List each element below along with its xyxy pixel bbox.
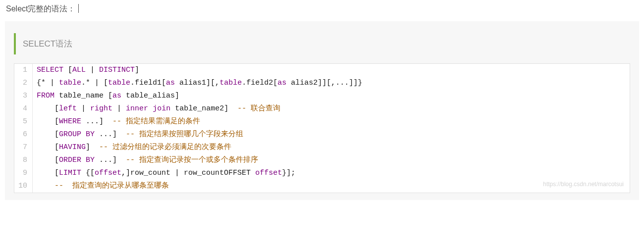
- code-cell[interactable]: FROM table_name [as table_alias]: [33, 90, 630, 102]
- token-kw: table: [108, 79, 130, 87]
- code-cell[interactable]: [HAVING] -- 过滤分组的记录必须满足的次要条件: [33, 141, 630, 154]
- token-plain: }];: [282, 169, 295, 177]
- code-line: 3FROM table_name [as table_alias]: [14, 90, 630, 102]
- token-plain: [: [37, 130, 59, 139]
- code-line: 2{* | table.* | [table.field1[as alias1]…: [14, 77, 630, 90]
- token-cmt: -- 联合查询: [237, 104, 280, 113]
- token-kw: DISTINCT: [99, 66, 135, 74]
- token-plain: ]: [86, 143, 99, 151]
- code-cell[interactable]: [LIMIT {[offset,]row_count | row_countOF…: [33, 167, 630, 180]
- token-cmt: -- 过滤分组的记录必须满足的次要条件: [99, 143, 231, 151]
- token-plain: [: [37, 169, 59, 177]
- line-number: 7: [14, 141, 33, 154]
- line-number: 4: [14, 102, 33, 115]
- token-kw: left: [59, 104, 77, 113]
- code-cell[interactable]: [GROUP BY ...] -- 指定结果按照哪几个字段来分组: [33, 128, 630, 141]
- code-line: 9 [LIMIT {[offset,]row_count | row_count…: [14, 167, 630, 180]
- token-kw: offset: [95, 169, 121, 177]
- token-plain: {[: [81, 169, 95, 177]
- token-kw: right: [90, 104, 112, 113]
- token-plain: .field1[: [130, 79, 166, 87]
- token-cmt: -- 指定查询的记录从哪条至哪条: [54, 182, 169, 190]
- token-kw: ALL: [72, 66, 86, 74]
- code-cell[interactable]: [left | right | inner join table_name2] …: [33, 102, 630, 115]
- code-cell[interactable]: {* | table.* | [table.field1[as alias1][…: [33, 77, 630, 90]
- token-kw: WHERE: [59, 117, 81, 126]
- heading-text: Select完整的语法：: [6, 4, 75, 13]
- token-kw: BY: [86, 130, 95, 139]
- token-kw: ORDER: [59, 156, 81, 164]
- token-kw: inner: [126, 104, 148, 113]
- blockquote-title: SELECT语法: [23, 39, 72, 49]
- line-number: 9: [14, 167, 33, 180]
- line-number: 8: [14, 154, 33, 167]
- token-plain: [: [37, 143, 59, 151]
- token-kw: HAVING: [59, 143, 86, 151]
- token-kw: SELECT: [37, 66, 63, 74]
- line-number: 10: [14, 180, 33, 193]
- code-line: 5 [WHERE ...] -- 指定结果需满足的条件: [14, 115, 630, 128]
- token-cmt: -- 指定结果需满足的条件: [112, 117, 200, 126]
- token-kw: as: [166, 79, 175, 87]
- token-plain: [37, 182, 54, 190]
- token-plain: table_alias]: [121, 92, 179, 100]
- token-cmt: -- 指定查询记录按一个或多个条件排序: [126, 156, 258, 164]
- token-plain: ]: [135, 66, 139, 74]
- code-line: 7 [HAVING] -- 过滤分组的记录必须满足的次要条件: [14, 141, 630, 154]
- token-plain: [148, 104, 153, 113]
- token-kw: join: [153, 104, 170, 113]
- code-cell[interactable]: -- 指定查询的记录从哪条至哪条: [33, 180, 630, 193]
- token-kw: BY: [86, 156, 95, 164]
- code-cell[interactable]: SELECT [ALL | DISTINCT]: [33, 64, 630, 77]
- blockquote: SELECT语法: [14, 33, 630, 54]
- token-kw: as: [112, 92, 121, 100]
- token-plain: [81, 156, 86, 164]
- token-kw: as: [277, 79, 286, 87]
- token-plain: alias1][,: [175, 79, 219, 87]
- token-plain: [: [37, 117, 59, 126]
- token-plain: [: [37, 156, 59, 164]
- token-plain: |: [86, 66, 99, 74]
- token-plain: [: [37, 104, 59, 113]
- code-cell[interactable]: [ORDER BY ...] -- 指定查询记录按一个或多个条件排序: [33, 154, 630, 167]
- token-plain: alias2]][,...]]}: [286, 79, 362, 87]
- token-plain: |: [77, 104, 90, 113]
- token-kw: LIMIT: [59, 169, 81, 177]
- token-plain: ...]: [95, 156, 126, 164]
- line-number: 6: [14, 128, 33, 141]
- token-plain: .* | [: [81, 79, 108, 87]
- line-number: 3: [14, 90, 33, 102]
- content-panel: SELECT语法 1SELECT [ALL | DISTINCT]2{* | t…: [5, 21, 639, 200]
- token-plain: {* |: [37, 79, 59, 87]
- token-plain: ,]row_count | row_countOFFSET: [121, 169, 255, 177]
- code-line: 6 [GROUP BY ...] -- 指定结果按照哪几个字段来分组: [14, 128, 630, 141]
- token-plain: table_name2]: [170, 104, 237, 113]
- token-plain: table_name [: [54, 92, 112, 100]
- line-number: 1: [14, 64, 33, 77]
- token-kw: table: [59, 79, 81, 87]
- token-cmt: -- 指定结果按照哪几个字段来分组: [126, 130, 243, 139]
- text-cursor: [78, 4, 79, 13]
- token-kw: table: [219, 79, 242, 87]
- token-kw: FROM: [37, 92, 54, 100]
- token-plain: [: [63, 66, 72, 74]
- token-plain: .field2[: [242, 79, 277, 87]
- code-line: 4 [left | right | inner join table_name2…: [14, 102, 630, 115]
- code-block: 1SELECT [ALL | DISTINCT]2{* | table.* | …: [14, 63, 630, 193]
- page-heading: Select完整的语法：: [6, 4, 639, 14]
- token-plain: |: [112, 104, 126, 113]
- token-plain: [81, 130, 86, 139]
- line-number: 5: [14, 115, 33, 128]
- token-kw: GROUP: [59, 130, 81, 139]
- line-number: 2: [14, 77, 33, 90]
- code-cell[interactable]: [WHERE ...] -- 指定结果需满足的条件: [33, 115, 630, 128]
- token-plain: ...]: [95, 130, 126, 139]
- token-kw: offset: [255, 169, 282, 177]
- code-line: 8 [ORDER BY ...] -- 指定查询记录按一个或多个条件排序: [14, 154, 630, 167]
- code-table: 1SELECT [ALL | DISTINCT]2{* | table.* | …: [14, 64, 630, 193]
- token-plain: ...]: [81, 117, 112, 126]
- code-line: 1SELECT [ALL | DISTINCT]: [14, 64, 630, 77]
- code-line: 10 -- 指定查询的记录从哪条至哪条: [14, 180, 630, 193]
